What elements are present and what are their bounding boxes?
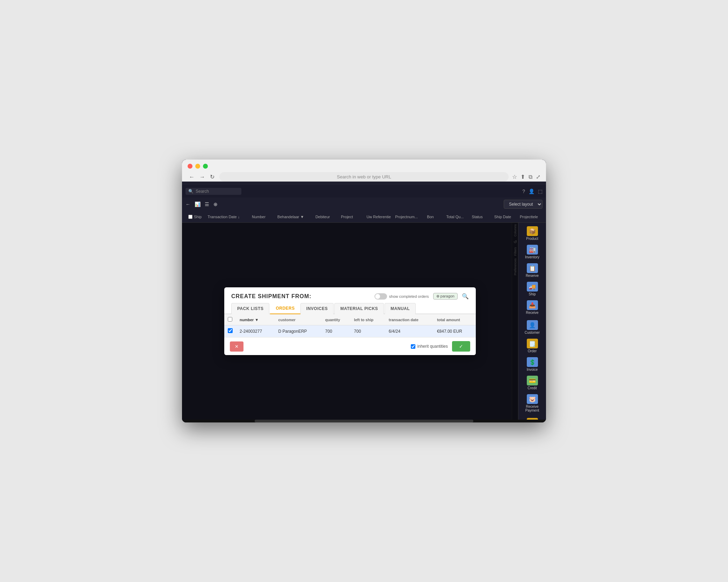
sidebar-item-label-product: Product — [526, 237, 538, 241]
row-number: 2-24003277 — [236, 325, 275, 337]
sidebar-item-invoice[interactable]: 💲 Invoice — [518, 355, 546, 374]
right-sidebar: 📦 Product 🏭 Inventory 📋 Reserve 🚚 Ship � — [518, 223, 546, 420]
table-row[interactable]: 2-24003277 D ParagonERP 700 700 6/4/24 €… — [224, 325, 476, 337]
row-checkbox[interactable] — [228, 328, 233, 333]
main-layout: Columns ↺ Filters Preferences CREATE SHI… — [182, 223, 546, 420]
bookmark-button[interactable]: ☆ — [512, 174, 517, 180]
tab-manual[interactable]: MANUAL — [385, 303, 416, 314]
bottom-scrollbar[interactable] — [182, 420, 546, 422]
tab-invoices[interactable]: INVOICES — [300, 303, 334, 314]
receive-icon: 📥 — [527, 300, 538, 310]
expand-button[interactable]: ⤢ — [536, 174, 540, 180]
reserve-icon: 📋 — [527, 263, 538, 273]
show-completed-label: show completed orders — [389, 294, 429, 299]
reload-button[interactable]: ↻ — [209, 172, 216, 182]
sidebar-item-credit[interactable]: 💳 Credit — [518, 374, 546, 392]
col-behandelaar: Behandelaar ▼ — [275, 215, 313, 219]
sidebar-item-order[interactable]: 🗒️ Order — [518, 337, 546, 355]
sidebar-item-label-reserve: Reserve — [526, 274, 539, 278]
col-header-total-amount[interactable]: total amount — [434, 314, 476, 325]
sidebar-item-label-invoice: Invoice — [527, 368, 538, 371]
tab-material-picks[interactable]: MATERIAL PICKS — [334, 303, 384, 314]
col-header-number[interactable]: number ▼ — [236, 314, 275, 325]
layout-select[interactable]: Select layout — [504, 200, 543, 209]
sidebar-item-ship[interactable]: 🚚 Ship — [518, 280, 546, 298]
forward-button[interactable]: → — [198, 172, 206, 182]
fullscreen-button[interactable] — [203, 164, 208, 169]
app-container: 🔍 Search ? 👤 ⬚ ← 📊 ☰ ⊕ Select layout Shi… — [182, 185, 546, 422]
col-debiteur: Debiteur — [313, 215, 338, 219]
user-icon[interactable]: 👤 — [529, 189, 534, 194]
address-bar[interactable]: Search in web or type URL — [219, 172, 509, 182]
table-select-all[interactable] — [228, 317, 232, 322]
table-header-bar: Ship Transaction Date ↓ Number Behandela… — [182, 211, 546, 223]
share-button[interactable]: ⬆ — [520, 174, 525, 180]
chart-button[interactable]: 📊 — [195, 201, 201, 207]
toggle-knob — [375, 294, 380, 299]
back-nav-button[interactable]: ← — [185, 201, 190, 207]
sidebar-item-vendor[interactable]: 🏢 Vendor — [518, 416, 546, 420]
sidebar-item-inventory[interactable]: 🏭 Inventory — [518, 243, 546, 261]
search-wrapper[interactable]: 🔍 Search — [185, 188, 241, 195]
receive-payment-icon: 🐷 — [527, 394, 538, 404]
col-header-quantity[interactable]: quantity — [322, 314, 351, 325]
sidebar-item-label-customer: Customer — [525, 331, 540, 334]
footer-right: inherit quantities ✓ — [411, 341, 470, 352]
confirm-button[interactable]: ✓ — [452, 341, 470, 352]
col-number: Number — [249, 215, 275, 219]
ship-icon: 🚚 — [527, 282, 538, 292]
row-left-to-ship: 700 — [350, 325, 385, 337]
col-header-transaction-date[interactable]: transaction date — [385, 314, 434, 325]
orders-table: number ▼ customer quantity left to ship … — [224, 314, 476, 337]
col-ship-date: Ship Date — [492, 215, 517, 219]
browser-chrome: ← → ↻ Search in web or type URL ☆ ⬆ ⧉ ⤢ — [182, 160, 546, 182]
nav-buttons: ← → ↻ — [188, 172, 216, 182]
tab-pack-lists[interactable]: PACK LISTS — [231, 303, 269, 314]
inventory-icon: 🏭 — [527, 245, 538, 255]
cancel-button[interactable]: ✕ — [230, 341, 243, 352]
add-button[interactable]: ⊕ — [213, 201, 218, 207]
back-button[interactable]: ← — [188, 172, 196, 182]
sidebar-item-product[interactable]: 📦 Product — [518, 224, 546, 243]
modal-table-wrapper: number ▼ customer quantity left to ship … — [224, 314, 476, 337]
browser-window: ← → ↻ Search in web or type URL ☆ ⬆ ⧉ ⤢ … — [182, 160, 546, 422]
browser-toolbar: ← → ↻ Search in web or type URL ☆ ⬆ ⧉ ⤢ — [188, 172, 540, 182]
help-button[interactable]: ? — [522, 189, 525, 194]
col-header-customer[interactable]: customer — [275, 314, 322, 325]
sidebar-item-label-order: Order — [528, 349, 537, 353]
col-projectnum: Projectnum... — [392, 215, 424, 219]
modal-title: CREATE SHIPMENT FROM: — [231, 293, 312, 300]
search-label: Search — [196, 189, 209, 194]
paragon-badge: ⊗ paragon — [433, 293, 458, 300]
browser-actions: ☆ ⬆ ⧉ ⤢ — [512, 174, 540, 180]
logout-icon[interactable]: ⬚ — [538, 189, 543, 194]
row-checkbox-cell[interactable] — [224, 325, 236, 337]
sidebar-item-label-credit: Credit — [527, 386, 537, 390]
modal-overlay: CREATE SHIPMENT FROM: show completed ord… — [182, 223, 518, 420]
sidebar-item-receive[interactable]: 📥 Receive — [518, 298, 546, 317]
close-button[interactable] — [188, 164, 192, 169]
scrollbar-track — [255, 420, 473, 422]
col-projecttele: Projecttele — [517, 215, 543, 219]
sidebar-item-reserve[interactable]: 📋 Reserve — [518, 261, 546, 280]
list-button[interactable]: ☰ — [205, 201, 209, 207]
inherit-quantities-checkbox[interactable] — [411, 344, 415, 349]
tab-orders[interactable]: ORDERS — [270, 303, 300, 314]
sidebar-item-label-ship: Ship — [529, 292, 536, 296]
modal-header: CREATE SHIPMENT FROM: show completed ord… — [224, 287, 476, 300]
select-all-checkbox[interactable] — [188, 215, 192, 219]
inherit-quantities-label[interactable]: inherit quantities — [411, 344, 448, 349]
sidebar-item-receive-payment[interactable]: 🐷 Receive Payment — [518, 392, 546, 414]
show-completed-toggle[interactable]: show completed orders — [374, 293, 429, 300]
sidebar-item-customer[interactable]: 👤 Customer — [518, 318, 546, 337]
minimize-button[interactable] — [195, 164, 200, 169]
content-area: Columns ↺ Filters Preferences CREATE SHI… — [182, 223, 518, 420]
toggle-switch[interactable] — [374, 293, 387, 300]
col-header-left-to-ship[interactable]: left to ship — [350, 314, 385, 325]
col-total-qu: Total Qu... — [443, 215, 469, 219]
modal-footer: ✕ inherit quantities ✓ — [224, 337, 476, 355]
col-status: Status — [469, 215, 492, 219]
col-bon: Bon — [424, 215, 443, 219]
modal-search-icon[interactable]: 🔍 — [462, 293, 469, 300]
tabs-button[interactable]: ⧉ — [529, 174, 532, 180]
